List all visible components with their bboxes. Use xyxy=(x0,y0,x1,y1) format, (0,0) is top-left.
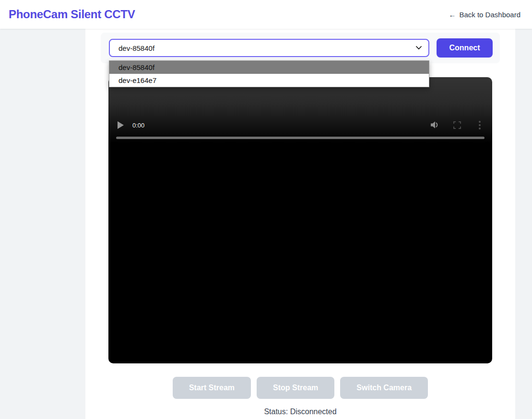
app-screen: PhoneCam Silent CCTV ← Back to Dashboard… xyxy=(0,0,532,419)
chevron-down-icon xyxy=(416,46,422,50)
video-progress-bar[interactable] xyxy=(116,137,485,139)
page-title: PhoneCam Silent CCTV xyxy=(9,8,135,21)
device-select-value: dev-85840f xyxy=(118,44,154,52)
status-text: Status: Disconnected xyxy=(85,407,515,416)
device-select[interactable]: dev-85840f xyxy=(109,39,429,57)
top-header: PhoneCam Silent CCTV ← Back to Dashboard xyxy=(0,0,532,29)
fullscreen-icon[interactable] xyxy=(453,121,461,131)
overflow-menu-icon[interactable] xyxy=(479,121,481,131)
device-select-dropdown: dev-85840f dev-e164e7 xyxy=(109,60,429,87)
play-icon[interactable] xyxy=(118,121,124,129)
back-link-label: Back to Dashboard xyxy=(459,11,520,19)
stop-stream-button[interactable]: Stop Stream xyxy=(257,377,334,399)
video-time-label: 0:00 xyxy=(132,122,144,129)
stream-buttons-row: Start Stream Stop Stream Switch Camera xyxy=(85,377,515,399)
dropdown-option[interactable]: dev-e164e7 xyxy=(109,74,429,87)
switch-camera-button[interactable]: Switch Camera xyxy=(340,377,428,399)
volume-icon[interactable] xyxy=(430,121,439,131)
back-to-dashboard-link[interactable]: ← Back to Dashboard xyxy=(449,11,520,19)
connect-button[interactable]: Connect xyxy=(437,38,493,58)
video-player[interactable]: 0:00 xyxy=(108,77,492,363)
back-arrow-icon: ← xyxy=(449,11,456,19)
dropdown-option[interactable]: dev-85840f xyxy=(109,61,429,74)
start-stream-button[interactable]: Start Stream xyxy=(173,377,251,399)
